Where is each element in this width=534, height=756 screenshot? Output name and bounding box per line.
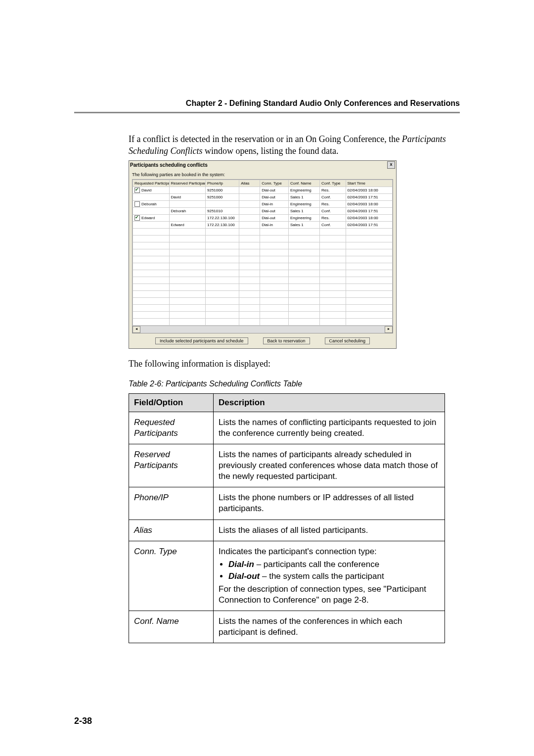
ref-desc: Lists the phone numbers or IP addresses … <box>214 487 445 520</box>
bullet-dial-in: Dial-in – participants call the conferen… <box>228 559 440 570</box>
ref-field: Conf. Name <box>129 611 214 643</box>
scroll-right-icon[interactable]: ▸ <box>385 326 393 333</box>
table-row[interactable] <box>133 318 393 325</box>
table-row[interactable] <box>133 235 393 242</box>
page-number: 2-38 <box>74 716 92 726</box>
intro-paragraph: If a conflict is detected in the reserva… <box>129 133 460 157</box>
conflicts-dialog: Participants scheduling conflicts x The … <box>129 160 397 349</box>
column-header: Conf. Type <box>320 180 346 187</box>
column-header: Requested Participants <box>133 180 170 187</box>
ref-field: Alias <box>129 520 214 541</box>
ref-desc: Indicates the participant's connection t… <box>214 541 445 611</box>
close-icon[interactable]: x <box>387 161 395 169</box>
ref-desc: Lists the names of participants already … <box>214 444 445 487</box>
table-row[interactable]: Deborah9251010Dial-outSales 1Conf.02/04/… <box>133 207 393 214</box>
dialog-title: Participants scheduling conflicts <box>130 162 208 168</box>
dialog-titlebar: Participants scheduling conflicts x <box>129 161 396 169</box>
conflicts-table-wrap: Requested ParticipantsReserved Participa… <box>132 179 393 333</box>
table-row[interactable] <box>133 290 393 297</box>
column-header: Start Time <box>346 180 393 187</box>
back-to-reservation-button[interactable]: Back to reservation <box>263 337 310 344</box>
ref-desc: Lists the names of the conferences in wh… <box>214 611 445 643</box>
table-row[interactable]: Edward172.22.130.100Dial-inSales 1Conf.0… <box>133 221 393 228</box>
conn-type-intro: Indicates the participant's connection t… <box>219 547 377 556</box>
ref-field: Requested Participants <box>129 412 214 444</box>
table-row[interactable] <box>133 270 393 277</box>
after-text: The following information is displayed: <box>129 358 460 370</box>
column-header: Reserved Participants <box>169 180 206 187</box>
table-row[interactable] <box>133 297 393 304</box>
table-row[interactable]: David9251000Dial-outSales 1Conf.02/04/20… <box>133 193 393 200</box>
table-row[interactable]: Edward172.22.130.100Dial-outEngineeringR… <box>133 214 393 221</box>
dialog-note: The following parties are booked in the … <box>132 172 393 177</box>
table-row[interactable]: David9251000Dial-outEngineeringRes.02/04… <box>133 187 393 193</box>
checkbox-icon[interactable] <box>134 201 140 207</box>
cancel-scheduling-button[interactable]: Cancel scheduling <box>325 337 370 344</box>
conflicts-table: Requested ParticipantsReserved Participa… <box>133 180 393 326</box>
ref-field: Conn. Type <box>129 541 214 611</box>
table-row[interactable] <box>133 263 393 270</box>
ref-desc: Lists the names of conflicting participa… <box>214 412 445 444</box>
scroll-left-icon[interactable]: ◂ <box>133 326 140 333</box>
conn-type-outro: For the description of connection types,… <box>219 584 426 605</box>
column-header: Alias <box>239 180 260 187</box>
column-header: Conf. Name <box>289 180 320 187</box>
include-schedule-button[interactable]: Include selected participants and schedu… <box>155 337 248 344</box>
checkbox-icon[interactable] <box>134 215 140 221</box>
bullet-dial-out: Dial-out – the system calls the particip… <box>228 571 440 582</box>
table-row[interactable] <box>133 249 393 256</box>
table-caption: Table 2-6: Participants Scheduling Confl… <box>129 379 460 388</box>
chapter-header: Chapter 2 - Defining Standard Audio Only… <box>74 99 460 108</box>
column-header: Conn. Type <box>260 180 289 187</box>
horizontal-scrollbar[interactable]: ◂ ▸ <box>133 326 393 333</box>
table-row[interactable] <box>133 277 393 284</box>
reference-table: Field/Option Description Requested Parti… <box>129 393 445 643</box>
ref-desc: Lists the aliases of all listed particip… <box>214 520 445 541</box>
table-row[interactable]: DeborahDial-inEngineeringRes.02/04/2003 … <box>133 200 393 207</box>
checkbox-icon[interactable] <box>134 188 140 193</box>
intro-text-2: window opens, listing the found data. <box>202 146 338 156</box>
table-row[interactable] <box>133 311 393 318</box>
ref-field: Reserved Participants <box>129 444 214 487</box>
intro-text-1: If a conflict is detected in the reserva… <box>129 134 402 144</box>
ref-field: Phone/IP <box>129 487 214 520</box>
chapter-divider <box>74 112 460 113</box>
table-row[interactable] <box>133 284 393 290</box>
ref-head-field: Field/Option <box>129 393 214 412</box>
table-row[interactable] <box>133 228 393 235</box>
table-row[interactable] <box>133 304 393 311</box>
table-row[interactable] <box>133 242 393 249</box>
table-row[interactable] <box>133 256 393 263</box>
ref-head-desc: Description <box>214 393 445 412</box>
column-header: Phone/Ip <box>206 180 239 187</box>
